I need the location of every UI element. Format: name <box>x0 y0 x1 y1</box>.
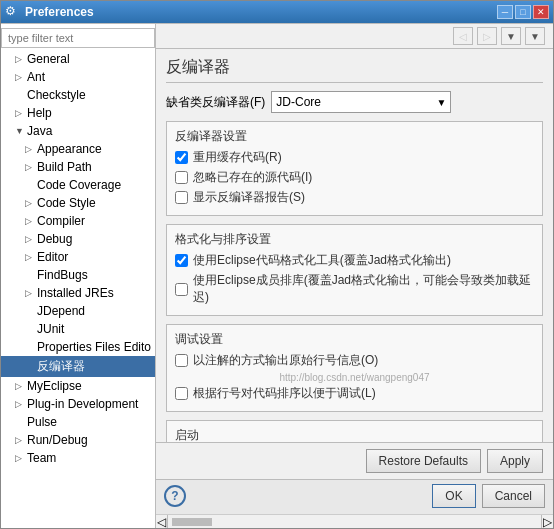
dropdown-value: JD-Core <box>276 95 321 109</box>
format-sort-title: 格式化与排序设置 <box>175 231 534 248</box>
sidebar-item-label: Code Coverage <box>37 178 121 192</box>
nav-bar: ◁ ▷ ▼ ▼ <box>156 24 553 49</box>
decompiler-settings-group: 反编译器设置 重用缓存代码(R) 忽略已存在的源代码(I) 显示反编译器报告(S… <box>166 121 543 216</box>
sidebar-item-label: Run/Debug <box>27 433 88 447</box>
tree-arrow-icon: ▷ <box>15 381 27 391</box>
sidebar-item-checkstyle[interactable]: Checkstyle <box>1 86 155 104</box>
checkbox-ignore-source[interactable] <box>175 171 188 184</box>
checkbox-line-info-label: 以注解的方式输出原始行号信息(O) <box>193 352 378 369</box>
sidebar-item-codecoverage[interactable]: Code Coverage <box>1 176 155 194</box>
debug-title: 调试设置 <box>175 331 534 348</box>
sidebar-item-installedjres[interactable]: ▷Installed JREs <box>1 284 155 302</box>
tree-arrow-icon: ▷ <box>25 234 37 244</box>
checkbox-row-6: 以注解的方式输出原始行号信息(O) <box>175 352 534 369</box>
sidebar-item-label: Properties Files Edito <box>37 340 151 354</box>
sidebar-item-propfiles[interactable]: Properties Files Edito <box>1 338 155 356</box>
minimize-button[interactable]: ─ <box>497 5 513 19</box>
checkbox-eclipse-member-label: 使用Eclipse成员排库(覆盖Jad格式化输出，可能会导致类加载延迟) <box>193 272 534 306</box>
checkbox-row-2: 忽略已存在的源代码(I) <box>175 169 534 186</box>
checkbox-sort-debug[interactable] <box>175 387 188 400</box>
checkbox-eclipse-format-label: 使用Eclipse代码格式化工具(覆盖Jad格式化输出) <box>193 252 451 269</box>
sidebar-item-label: Checkstyle <box>27 88 86 102</box>
checkbox-eclipse-format[interactable] <box>175 254 188 267</box>
startup-group: 启动 设置类反编译查看器作为缺省的类文件编辑器(C) <box>166 420 543 442</box>
preferences-window: ⚙ Preferences ─ □ ✕ ▷General▷AntChecksty… <box>0 0 554 529</box>
sidebar-item-help[interactable]: ▷Help <box>1 104 155 122</box>
checkbox-line-info[interactable] <box>175 354 188 367</box>
sidebar-item-decompiler[interactable]: 反编译器 <box>1 356 155 377</box>
checkbox-show-report[interactable] <box>175 191 188 204</box>
panel-title: 反编译器 <box>166 57 543 83</box>
tree-arrow-icon: ▷ <box>25 252 37 262</box>
scroll-left-button[interactable]: ◁ <box>156 515 168 529</box>
apply-button[interactable]: Apply <box>487 449 543 473</box>
sidebar-item-debug[interactable]: ▷Debug <box>1 230 155 248</box>
sidebar-item-editor[interactable]: ▷Editor <box>1 248 155 266</box>
sidebar-item-java[interactable]: ▼Java <box>1 122 155 140</box>
maximize-button[interactable]: □ <box>515 5 531 19</box>
help-button[interactable]: ? <box>164 485 186 507</box>
help-icon-area: ? <box>164 485 426 507</box>
back-button[interactable]: ◁ <box>453 27 473 45</box>
tree-arrow-icon: ▷ <box>15 453 27 463</box>
tree-arrow-icon: ▷ <box>15 108 27 118</box>
close-button[interactable]: ✕ <box>533 5 549 19</box>
cancel-button[interactable]: Cancel <box>482 484 545 508</box>
tree-arrow-icon: ▷ <box>25 144 37 154</box>
sidebar-item-myeclipse[interactable]: ▷MyEclipse <box>1 377 155 395</box>
scroll-indicator[interactable] <box>172 518 212 526</box>
checkbox-eclipse-member[interactable] <box>175 283 188 296</box>
sidebar-item-compiler[interactable]: ▷Compiler <box>1 212 155 230</box>
sidebar-item-label: Debug <box>37 232 72 246</box>
sidebar-item-jdepend[interactable]: JDepend <box>1 302 155 320</box>
debug-group: 调试设置 以注解的方式输出原始行号信息(O) http://blog.csdn.… <box>166 324 543 412</box>
sidebar-item-label: Editor <box>37 250 68 264</box>
tree-arrow-icon: ▷ <box>15 72 27 82</box>
checkbox-row-7: 根据行号对代码排序以便于调试(L) <box>175 385 534 402</box>
sidebar-item-plugindevel[interactable]: ▷Plug-in Development <box>1 395 155 413</box>
sidebar-item-label: Appearance <box>37 142 102 156</box>
checkbox-ignore-source-label: 忽略已存在的源代码(I) <box>193 169 312 186</box>
scroll-right-button[interactable]: ▷ <box>541 515 553 529</box>
sidebar-item-label: Code Style <box>37 196 96 210</box>
window-title: Preferences <box>25 5 497 19</box>
checkbox-row-1: 重用缓存代码(R) <box>175 149 534 166</box>
ok-button[interactable]: OK <box>432 484 475 508</box>
sidebar-item-rundebug[interactable]: ▷Run/Debug <box>1 431 155 449</box>
tree-arrow-icon: ▷ <box>25 162 37 172</box>
window-icon: ⚙ <box>5 4 21 20</box>
tree-arrow-icon: ▷ <box>25 288 37 298</box>
checkbox-reuse-cache[interactable] <box>175 151 188 164</box>
sidebar-item-label: Team <box>27 451 56 465</box>
restore-defaults-button[interactable]: Restore Defaults <box>366 449 481 473</box>
sidebar-item-label: Build Path <box>37 160 92 174</box>
filter-input[interactable] <box>1 28 155 48</box>
checkbox-reuse-cache-label: 重用缓存代码(R) <box>193 149 282 166</box>
sidebar-item-ant[interactable]: ▷Ant <box>1 68 155 86</box>
restore-apply-bar: Restore Defaults Apply <box>156 442 553 479</box>
sidebar-item-pulse[interactable]: Pulse <box>1 413 155 431</box>
sidebar-item-buildpath[interactable]: ▷Build Path <box>1 158 155 176</box>
sidebar-item-junit[interactable]: JUnit <box>1 320 155 338</box>
nav-dropdown-button[interactable]: ▼ <box>525 27 545 45</box>
tree-arrow-icon: ▷ <box>15 54 27 64</box>
checkbox-row-5: 使用Eclipse成员排库(覆盖Jad格式化输出，可能会导致类加载延迟) <box>175 272 534 306</box>
nav-menu-button[interactable]: ▼ <box>501 27 521 45</box>
sidebar-item-general[interactable]: ▷General <box>1 50 155 68</box>
forward-button[interactable]: ▷ <box>477 27 497 45</box>
default-decompiler-row: 缺省类反编译器(F) JD-Core ▼ <box>166 91 543 113</box>
title-bar: ⚙ Preferences ─ □ ✕ <box>1 1 553 23</box>
tree-arrow-icon: ▷ <box>15 399 27 409</box>
checkbox-row-4: 使用Eclipse代码格式化工具(覆盖Jad格式化输出) <box>175 252 534 269</box>
default-decompiler-label: 缺省类反编译器(F) <box>166 94 265 111</box>
checkbox-row-3: 显示反编译器报告(S) <box>175 189 534 206</box>
sidebar-item-team[interactable]: ▷Team <box>1 449 155 467</box>
window-controls: ─ □ ✕ <box>497 5 549 19</box>
sidebar-item-label: General <box>27 52 70 66</box>
sidebar-item-findbugs[interactable]: FindBugs <box>1 266 155 284</box>
sidebar-item-label: Compiler <box>37 214 85 228</box>
tree-arrow-icon: ▷ <box>25 216 37 226</box>
sidebar-item-appearance[interactable]: ▷Appearance <box>1 140 155 158</box>
default-decompiler-dropdown[interactable]: JD-Core ▼ <box>271 91 451 113</box>
sidebar-item-codestyle[interactable]: ▷Code Style <box>1 194 155 212</box>
